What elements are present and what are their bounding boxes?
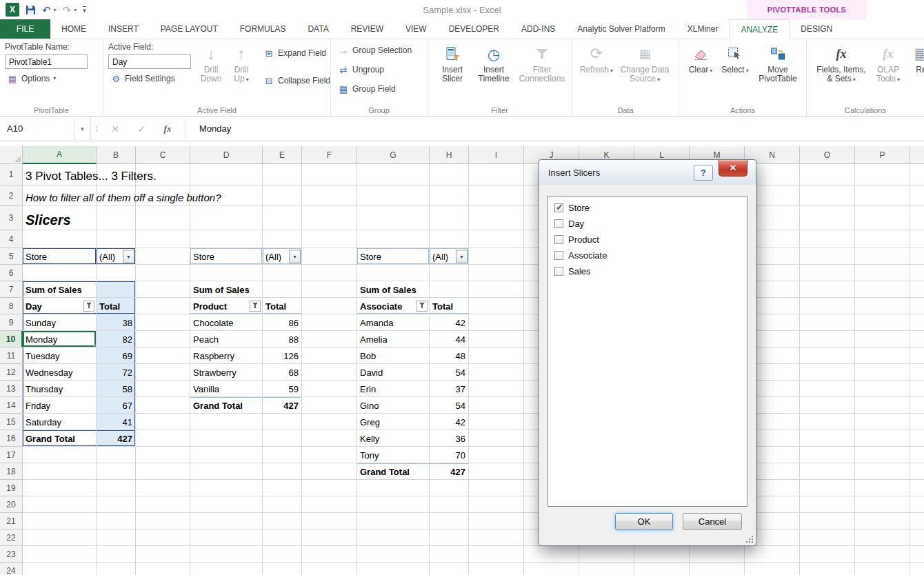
- field-filter-icon[interactable]: [250, 301, 261, 312]
- cell-O21[interactable]: [800, 513, 855, 529]
- cell-H24[interactable]: [430, 563, 469, 575]
- cell-E10[interactable]: 88: [263, 331, 302, 347]
- cell-F24[interactable]: [302, 563, 357, 575]
- row-header-13[interactable]: 13: [0, 381, 23, 397]
- cell-A6[interactable]: [23, 265, 97, 281]
- cell-E6[interactable]: [263, 265, 302, 281]
- field-filter-icon[interactable]: [416, 301, 428, 312]
- group-field-button[interactable]: ▦ Group Field: [336, 82, 423, 96]
- cell-G18[interactable]: Grand Total: [357, 463, 430, 480]
- row-header-20[interactable]: 20: [0, 496, 23, 513]
- cell-H2[interactable]: [430, 185, 469, 206]
- cell-N24[interactable]: [745, 563, 800, 575]
- cell-P3[interactable]: [855, 206, 910, 230]
- cell-K23[interactable]: [579, 546, 634, 563]
- cell-H18[interactable]: 427: [430, 463, 469, 480]
- cell-H19[interactable]: [430, 480, 469, 496]
- cell-L24[interactable]: [634, 563, 690, 575]
- cell-F11[interactable]: [302, 347, 357, 364]
- cell-D15[interactable]: [190, 414, 263, 430]
- cell-O22[interactable]: [800, 529, 855, 546]
- cell-B14[interactable]: 67: [97, 397, 136, 414]
- cell-O24[interactable]: [800, 563, 855, 575]
- clear-button[interactable]: Clear▾: [684, 42, 717, 104]
- cell-A12[interactable]: Wednesday: [23, 364, 97, 381]
- tab-insert[interactable]: INSERT: [97, 19, 150, 39]
- cell-P18[interactable]: [855, 463, 910, 480]
- cell-G12[interactable]: David: [357, 364, 430, 381]
- cell-H21[interactable]: [430, 513, 469, 529]
- cell-D5[interactable]: Store: [190, 248, 263, 265]
- cell-G3[interactable]: [357, 206, 430, 230]
- cell-G9[interactable]: Amanda: [357, 314, 430, 331]
- column-header-c[interactable]: C: [136, 146, 190, 164]
- cell-G11[interactable]: Bob: [357, 347, 430, 364]
- resize-grip-icon[interactable]: [745, 534, 753, 543]
- cell-A4[interactable]: [23, 230, 97, 248]
- cell-I10[interactable]: [469, 331, 524, 347]
- cell-D20[interactable]: [190, 496, 263, 513]
- cell-B15[interactable]: 41: [97, 414, 136, 430]
- row-header-22[interactable]: 22: [0, 529, 23, 546]
- slicer-field-associate[interactable]: Associate: [548, 248, 747, 263]
- cell-I18[interactable]: [469, 463, 524, 480]
- row-header-18[interactable]: 18: [0, 463, 23, 480]
- expand-field-button[interactable]: ⊞ Expand Field: [261, 46, 332, 60]
- field-settings-button[interactable]: ⚙ Field Settings: [108, 72, 191, 85]
- tab-review[interactable]: REVIEW: [340, 19, 394, 39]
- column-header-b[interactable]: B: [97, 146, 136, 164]
- cell-A10[interactable]: Monday: [23, 331, 97, 347]
- cell-O20[interactable]: [800, 496, 855, 513]
- row-header-11[interactable]: 11: [0, 347, 23, 364]
- checkbox-sales[interactable]: [554, 267, 563, 276]
- cell-F2[interactable]: [302, 185, 357, 206]
- tab-file[interactable]: FILE: [0, 19, 50, 39]
- cell-B10[interactable]: 82: [97, 331, 136, 347]
- cell-P21[interactable]: [855, 513, 910, 529]
- ungroup-button[interactable]: ⇄ Ungroup: [336, 63, 423, 77]
- cell-P19[interactable]: [855, 480, 910, 496]
- cell-A18[interactable]: [23, 463, 97, 480]
- cell-H10[interactable]: 44: [430, 331, 469, 347]
- insert-slicer-button[interactable]: Insert Slicer: [432, 42, 472, 104]
- cell-B4[interactable]: [97, 230, 136, 248]
- cell-O10[interactable]: [800, 331, 855, 347]
- dialog-cancel-button[interactable]: Cancel: [683, 513, 742, 530]
- cell-E1[interactable]: [263, 164, 302, 185]
- checkbox-store[interactable]: [554, 203, 563, 212]
- slicer-field-sales[interactable]: Sales: [548, 263, 747, 279]
- cell-A16[interactable]: Grand Total: [23, 430, 97, 447]
- cell-O4[interactable]: [800, 230, 855, 248]
- cell-P8[interactable]: [855, 298, 910, 314]
- cell-D10[interactable]: Peach: [190, 331, 263, 347]
- cell-D6[interactable]: [190, 265, 263, 281]
- cell-G6[interactable]: [357, 265, 430, 281]
- cell-I13[interactable]: [469, 381, 524, 397]
- column-header-p[interactable]: P: [855, 146, 910, 164]
- cell-H13[interactable]: 37: [430, 381, 469, 397]
- formula-bar-splitter[interactable]: ⁞: [91, 117, 102, 141]
- cell-O15[interactable]: [800, 414, 855, 430]
- column-header-e[interactable]: E: [263, 146, 302, 164]
- row-header-15[interactable]: 15: [0, 414, 23, 430]
- enter-entry-icon[interactable]: ✓: [128, 117, 154, 141]
- refresh-button[interactable]: ⟳ Refresh▾: [577, 42, 616, 104]
- cell-P9[interactable]: [855, 314, 910, 331]
- cell-F21[interactable]: [302, 513, 357, 529]
- cell-D23[interactable]: [190, 546, 263, 563]
- cell-D21[interactable]: [190, 513, 263, 529]
- cell-I14[interactable]: [469, 397, 524, 414]
- cell-B18[interactable]: [97, 463, 136, 480]
- cell-F4[interactable]: [302, 230, 357, 248]
- cell-C14[interactable]: [136, 397, 190, 414]
- cell-A11[interactable]: Tuesday: [23, 347, 97, 364]
- cell-D12[interactable]: Strawberry: [190, 364, 263, 381]
- cell-C6[interactable]: [136, 265, 190, 281]
- cell-E8[interactable]: Total: [263, 298, 302, 314]
- ok-button[interactable]: OK: [615, 513, 673, 530]
- cell-C12[interactable]: [136, 364, 190, 381]
- cell-C19[interactable]: [136, 480, 190, 496]
- cell-F8[interactable]: [302, 298, 357, 314]
- cell-O6[interactable]: [800, 265, 855, 281]
- row-header-3[interactable]: 3: [0, 206, 23, 230]
